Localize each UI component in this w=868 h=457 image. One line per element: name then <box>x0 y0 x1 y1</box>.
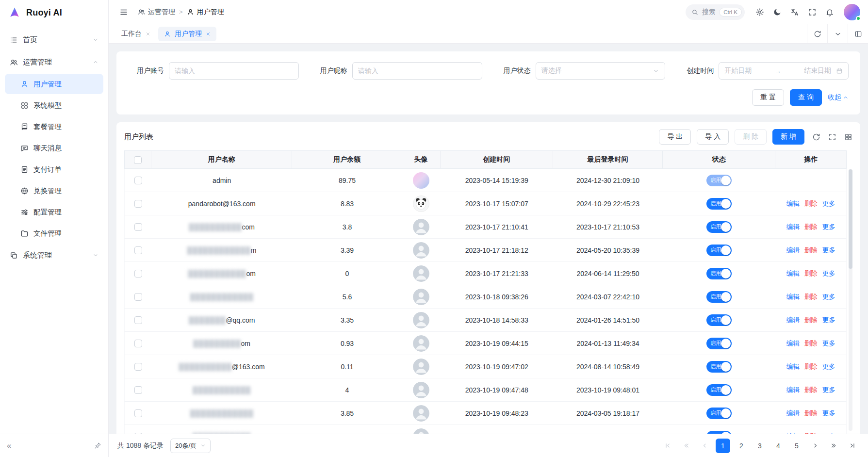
pagination-next-button[interactable] <box>808 439 822 453</box>
page-size-select[interactable]: 20条/页 <box>170 439 211 453</box>
sidebar-item-chat-messages[interactable]: 聊天消息 <box>5 138 103 158</box>
delete-button[interactable]: 删 除 <box>735 129 767 145</box>
sidebar-item-exchange-management[interactable]: 兑换管理 <box>5 180 103 201</box>
language-icon[interactable] <box>787 5 802 19</box>
delete-link[interactable]: 删除 <box>804 270 818 277</box>
pin-icon[interactable] <box>94 442 101 449</box>
status-toggle[interactable]: 启用 <box>706 221 732 233</box>
status-toggle[interactable]: 启用 <box>706 408 732 419</box>
status-toggle[interactable]: 启用 <box>706 431 732 434</box>
delete-link[interactable]: 删除 <box>804 200 818 207</box>
breadcrumb-item-users[interactable]: 用户管理 <box>187 8 224 16</box>
delete-link[interactable]: 删除 <box>804 246 818 254</box>
edit-link[interactable]: 编辑 <box>786 433 800 434</box>
edit-link[interactable]: 编辑 <box>786 316 800 324</box>
more-link[interactable]: 更多 <box>822 363 835 370</box>
row-checkbox[interactable] <box>134 293 142 301</box>
column-header[interactable]: 用户余额 <box>292 150 402 169</box>
sidebar-item-system-management[interactable]: 系统管理 <box>5 245 103 266</box>
status-toggle[interactable]: 启用 <box>706 314 732 326</box>
scrollbar-thumb[interactable] <box>849 169 852 269</box>
edit-link[interactable]: 编辑 <box>786 363 800 370</box>
row-checkbox[interactable] <box>134 177 142 184</box>
reset-button[interactable]: 重 置 <box>752 89 784 106</box>
delete-link[interactable]: 删除 <box>804 409 818 417</box>
import-button[interactable]: 导 入 <box>697 129 729 145</box>
pagination-page-4[interactable]: 4 <box>771 439 786 453</box>
row-checkbox[interactable] <box>134 316 142 324</box>
row-checkbox[interactable] <box>134 200 142 208</box>
status-toggle[interactable]: 启用 <box>706 361 732 373</box>
delete-link[interactable]: 删除 <box>804 363 818 370</box>
sidebar-item-home[interactable]: 首页 <box>5 29 103 50</box>
pagination-last-button[interactable] <box>845 439 859 453</box>
more-link[interactable]: 更多 <box>822 409 835 417</box>
status-toggle[interactable]: 启用 <box>706 175 732 186</box>
more-link[interactable]: 更多 <box>822 340 835 347</box>
settings-icon[interactable] <box>753 5 767 19</box>
pagination-page-3[interactable]: 3 <box>753 439 767 453</box>
status-toggle[interactable]: 启用 <box>706 338 732 349</box>
tab-workbench[interactable]: 工作台 <box>115 27 156 41</box>
row-checkbox[interactable] <box>134 433 142 434</box>
sidebar-item-operations[interactable]: 运营管理 <box>5 51 103 73</box>
edit-link[interactable]: 编辑 <box>786 200 800 207</box>
edit-link[interactable]: 编辑 <box>786 409 800 417</box>
pagination-next-group-button[interactable] <box>826 439 841 453</box>
edit-link[interactable]: 编辑 <box>786 246 800 254</box>
more-link[interactable]: 更多 <box>822 316 835 324</box>
close-icon[interactable] <box>146 32 150 36</box>
delete-link[interactable]: 删除 <box>804 316 818 324</box>
sidebar-item-payment-orders[interactable]: 支付订单 <box>5 159 103 180</box>
close-icon[interactable] <box>206 32 211 36</box>
pagination-page-1[interactable]: 1 <box>716 439 730 453</box>
column-header[interactable]: 最后登录时间 <box>553 150 663 169</box>
tab-options-icon[interactable] <box>827 24 848 43</box>
content-fullscreen-icon[interactable] <box>848 24 868 43</box>
delete-link[interactable]: 删除 <box>804 340 818 347</box>
pagination-page-2[interactable]: 2 <box>734 439 749 453</box>
global-search[interactable]: 搜索 Ctrl K <box>686 4 745 20</box>
more-link[interactable]: 更多 <box>822 200 835 207</box>
table-scrollbar[interactable] <box>849 169 852 431</box>
row-checkbox[interactable] <box>134 386 142 394</box>
sidebar-item-config-management[interactable]: 配置管理 <box>5 202 103 222</box>
column-settings-icon[interactable] <box>844 133 852 141</box>
row-checkbox[interactable] <box>134 223 142 231</box>
row-checkbox[interactable] <box>134 246 142 254</box>
row-checkbox[interactable] <box>134 363 142 371</box>
delete-link[interactable]: 删除 <box>804 433 818 434</box>
pagination-first-button[interactable] <box>660 439 675 453</box>
row-checkbox[interactable] <box>134 340 142 347</box>
select-all-checkbox[interactable] <box>134 156 142 164</box>
status-toggle[interactable]: 启用 <box>706 198 732 210</box>
edit-link[interactable]: 编辑 <box>786 340 800 347</box>
status-toggle[interactable]: 启用 <box>706 291 732 303</box>
pagination-prev-group-button[interactable] <box>679 439 693 453</box>
more-link[interactable]: 更多 <box>822 293 835 300</box>
more-link[interactable]: 更多 <box>822 223 835 230</box>
user-avatar[interactable] <box>844 4 860 20</box>
search-button[interactable]: 查 询 <box>790 89 822 106</box>
more-link[interactable]: 更多 <box>822 386 835 393</box>
add-button[interactable]: 新 增 <box>772 129 804 145</box>
status-select[interactable]: 请选择 <box>536 62 666 80</box>
row-checkbox[interactable] <box>134 409 142 417</box>
column-header[interactable]: 状态 <box>663 150 775 169</box>
created-date-range[interactable]: 开始日期 → 结束日期 <box>719 62 849 80</box>
edit-link[interactable]: 编辑 <box>786 293 800 300</box>
collapse-filter-link[interactable]: 收起 <box>828 93 849 102</box>
menu-toggle-icon[interactable] <box>116 5 131 19</box>
tab-user-management[interactable]: 用户管理 <box>158 27 216 41</box>
refresh-page-icon[interactable] <box>807 24 827 43</box>
column-header[interactable]: 用户名称 <box>151 150 292 169</box>
delete-link[interactable]: 删除 <box>804 223 818 230</box>
more-link[interactable]: 更多 <box>822 246 835 254</box>
column-header[interactable]: 创建时间 <box>441 150 553 169</box>
refresh-table-icon[interactable] <box>812 133 820 141</box>
breadcrumb-item-operations[interactable]: 运营管理 <box>138 8 175 16</box>
more-link[interactable]: 更多 <box>822 433 835 434</box>
row-checkbox[interactable] <box>134 270 142 277</box>
nickname-input[interactable] <box>352 62 482 80</box>
pagination-page-5[interactable]: 5 <box>789 439 804 453</box>
